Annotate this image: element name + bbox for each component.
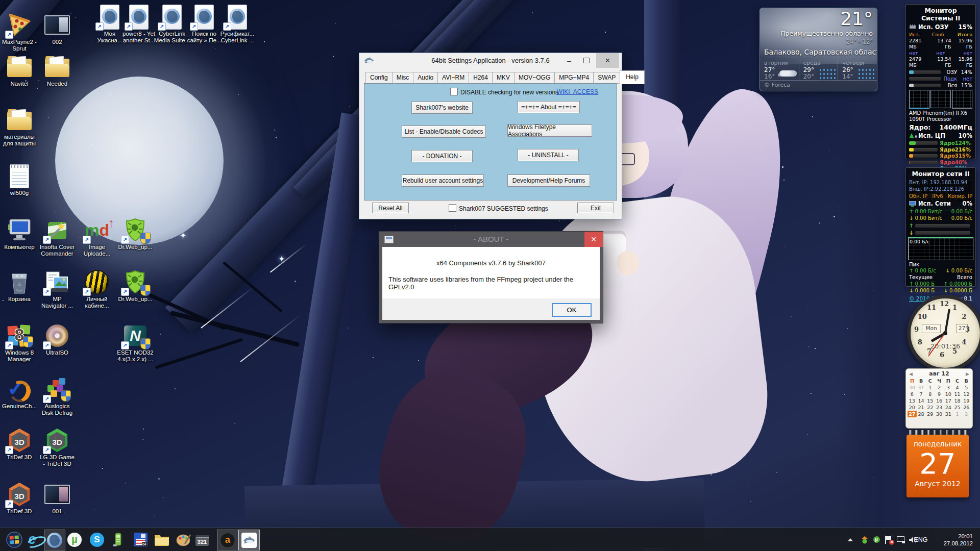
netmon-link-ipv6[interactable]: IPv6 bbox=[932, 193, 943, 199]
desktop-icon-dr-web-up[interactable]: ↗Dr.Web_up... bbox=[112, 217, 158, 251]
clock-gadget[interactable]: Mon 27 20:01:36 123456789101112 bbox=[907, 295, 976, 364]
calendar-day-cell[interactable]: 28 bbox=[917, 411, 926, 417]
taskbar-aimp-icon[interactable]: a bbox=[217, 530, 238, 550]
calendar-day-cell[interactable]: 17 bbox=[944, 397, 953, 404]
button-list-enable-disable-codecs[interactable]: List - Enable/Disable Codecs bbox=[402, 126, 486, 138]
calendar-day-cell[interactable]: 29 bbox=[925, 411, 935, 417]
tab-avi-rm[interactable]: AVI~RM bbox=[437, 72, 469, 84]
desktop-icon-mp-navigator[interactable]: ↗MPNavigator ... bbox=[34, 269, 80, 309]
taskbar-browser-globe-icon[interactable] bbox=[44, 530, 65, 550]
taskbar-skype-icon[interactable]: S bbox=[87, 530, 107, 549]
calendar-day-cell[interactable]: 9 bbox=[935, 391, 944, 397]
calendar-day-cell[interactable]: 22 bbox=[925, 404, 935, 411]
calendar-day-cell[interactable]: 8 bbox=[925, 391, 935, 397]
tray-network-icon[interactable] bbox=[895, 528, 906, 551]
about-titlebar[interactable]: - ABOUT - ✕ bbox=[379, 232, 603, 247]
calendar-day-cell[interactable]: 13 bbox=[908, 397, 917, 404]
tab-h264[interactable]: H264 bbox=[469, 72, 493, 84]
tab-mov-ogg[interactable]: MOV~OGG bbox=[514, 72, 555, 84]
taskbar-media-player-classic-icon[interactable]: 321 bbox=[192, 530, 212, 549]
about-close-button[interactable]: ✕ bbox=[584, 232, 603, 247]
calendar-day-cell[interactable]: 5 bbox=[962, 384, 971, 391]
calendar-day-cell[interactable]: 31 bbox=[917, 384, 926, 391]
button-uninstall[interactable]: - UNINSTALL - bbox=[518, 149, 579, 161]
taskbar-codec-floppy-icon[interactable]: 64 bbox=[130, 530, 151, 549]
taskbar-paint-icon[interactable] bbox=[174, 530, 194, 549]
tray-volume-icon[interactable] bbox=[907, 528, 918, 551]
calendar-day-cell[interactable]: 24 bbox=[944, 404, 953, 411]
tab-help[interactable]: Help bbox=[620, 70, 645, 84]
disable-check-row[interactable]: DISABLE checking for new versions bbox=[450, 88, 558, 96]
button-rebuild-user-account-settings[interactable]: Rebuild user account settings bbox=[402, 174, 484, 187]
calendar-day-cell[interactable]: 1 bbox=[925, 384, 935, 391]
suggested-settings-checkbox[interactable] bbox=[449, 204, 456, 212]
calendar-day-cell[interactable]: 6 bbox=[908, 391, 917, 397]
tray-action-center-flag-icon[interactable]: ✕ bbox=[883, 528, 894, 551]
weather-gadget[interactable]: 21° Преимущественно облачно 24° - 12° Ба… bbox=[760, 8, 877, 91]
calendar-day-cell[interactable]: 16 bbox=[935, 397, 944, 404]
calendar-day-cell[interactable]: 1 bbox=[953, 411, 962, 417]
tray-chevron-up-icon[interactable] bbox=[845, 528, 856, 551]
desktop-icon-002[interactable]: 002 bbox=[34, 12, 80, 45]
tab-swap[interactable]: SWAP bbox=[593, 72, 620, 84]
maximize-button[interactable] bbox=[578, 53, 595, 68]
desktop-icon-auslogics-disk-defrag[interactable]: ↗AuslogicsDisk Defrag bbox=[34, 377, 80, 416]
tearoff-calendar-gadget[interactable]: понедельник 27 Август 2012 bbox=[906, 430, 969, 497]
calendar-day-cell[interactable]: 7 bbox=[917, 391, 926, 397]
tab-mpg-mp4[interactable]: MPG~MP4 bbox=[554, 72, 594, 84]
taskbar-start-button[interactable] bbox=[4, 530, 24, 549]
calendar-day-cell[interactable]: 26 bbox=[962, 404, 971, 411]
wiki-access-link[interactable]: WIKI ACCESS bbox=[557, 88, 598, 95]
tab-config[interactable]: Config bbox=[365, 72, 393, 84]
desktop-icon-dr-web-up[interactable]: ↗Dr.Web_up... bbox=[112, 269, 158, 303]
tab-audio[interactable]: Audio bbox=[413, 72, 438, 84]
taskbar-file-explorer-icon[interactable] bbox=[152, 530, 172, 549]
taskbar-shark007-icon[interactable] bbox=[238, 530, 260, 550]
desktop-icon-материалы-для-защиты[interactable]: материалыдля защиты bbox=[0, 107, 42, 147]
taskbar-utorrent-icon[interactable]: µ bbox=[64, 530, 85, 549]
calendar-day-cell[interactable]: 23 bbox=[935, 404, 944, 411]
calendar-day-cell[interactable]: 2 bbox=[935, 384, 944, 391]
calendar-day-cell[interactable]: 25 bbox=[953, 404, 962, 411]
disable-check-checkbox[interactable] bbox=[450, 88, 458, 95]
tray-drweb-agent-icon[interactable] bbox=[859, 528, 870, 551]
tray-utorrent-tray-icon[interactable]: µ bbox=[871, 528, 882, 551]
calendar-day-cell[interactable]: 31 bbox=[944, 411, 953, 417]
calendar-day-cell[interactable]: 10 bbox=[944, 391, 953, 397]
ok-button[interactable]: OK bbox=[552, 303, 592, 317]
calendar-day-cell[interactable]: 27 bbox=[908, 411, 917, 417]
network-monitor-gadget[interactable]: Монитор сети II Внт. IP: 192.168.10.94 В… bbox=[905, 167, 976, 287]
desktop-icon-eset-nod32-4-x-3-x-2-x[interactable]: N↗ESET NOD324.x(3.x 2.x) ... bbox=[112, 323, 158, 363]
calendar-day-cell[interactable]: 21 bbox=[917, 404, 926, 411]
calendar-day-cell[interactable]: 19 bbox=[962, 397, 971, 404]
suggested-settings-row[interactable]: Shark007 SUGGESTED settings bbox=[449, 204, 548, 212]
close-button[interactable]: ✕ bbox=[596, 53, 619, 68]
desktop-icon-001[interactable]: 001 bbox=[34, 482, 80, 515]
desktop-icon-insofta-cover-commander[interactable]: ↗Insofta CoverCommander bbox=[34, 217, 80, 257]
desktop-icon-wl500g[interactable]: wl500g bbox=[0, 163, 42, 196]
calendar-next-arrow[interactable]: ▶ bbox=[966, 371, 969, 377]
button-shark007-s-website[interactable]: Shark007's website bbox=[411, 102, 473, 114]
button-about[interactable]: =+=+= About =+=+= bbox=[518, 101, 580, 113]
calendar-day-cell[interactable]: 3 bbox=[944, 384, 953, 391]
calendar-day-cell[interactable]: 2 bbox=[962, 411, 971, 417]
desktop-icon-ultraiso[interactable]: ↗UltraISO bbox=[34, 323, 80, 356]
button-development-help-forums[interactable]: Development/Help Forums bbox=[507, 174, 590, 187]
button-donation[interactable]: - DONATION - bbox=[411, 150, 473, 162]
calendar-gadget[interactable]: ◀ авг 12 ▶ ПВСЧПСВ 303112345678910111213… bbox=[905, 368, 973, 429]
desktop-icon-русификат-cyberlink[interactable]: ↗Русификат...CyberLink ... bbox=[214, 4, 260, 44]
tray-clock[interactable]: 20:01 27.08.2012 bbox=[932, 528, 973, 551]
calendar-day-cell[interactable]: 30 bbox=[935, 411, 944, 417]
desktop-icon-needed[interactable]: Needed bbox=[34, 54, 80, 87]
settings-titlebar[interactable]: 64bit Settings Application - version 3.7… bbox=[359, 53, 622, 69]
calendar-day-cell[interactable]: 15 bbox=[925, 397, 935, 404]
button-windows-filetype-associations[interactable]: Windows Filetype Associations bbox=[507, 124, 592, 137]
calendar-day-cell[interactable]: 18 bbox=[953, 397, 962, 404]
calendar-day-cell[interactable]: 12 bbox=[962, 391, 971, 397]
taskbar-phone-icon[interactable] bbox=[108, 530, 128, 549]
exit-button[interactable]: Exit bbox=[577, 203, 614, 213]
netmon-link-обн-ip[interactable]: Обн. IP bbox=[909, 193, 927, 199]
calendar-day-cell[interactable]: 14 bbox=[917, 397, 926, 404]
reset-all-button[interactable]: Reset All bbox=[372, 203, 409, 213]
desktop-icon-lg-3d-game-tridef-3d[interactable]: 3D↗LG 3D Game- TriDef 3D bbox=[34, 428, 80, 467]
